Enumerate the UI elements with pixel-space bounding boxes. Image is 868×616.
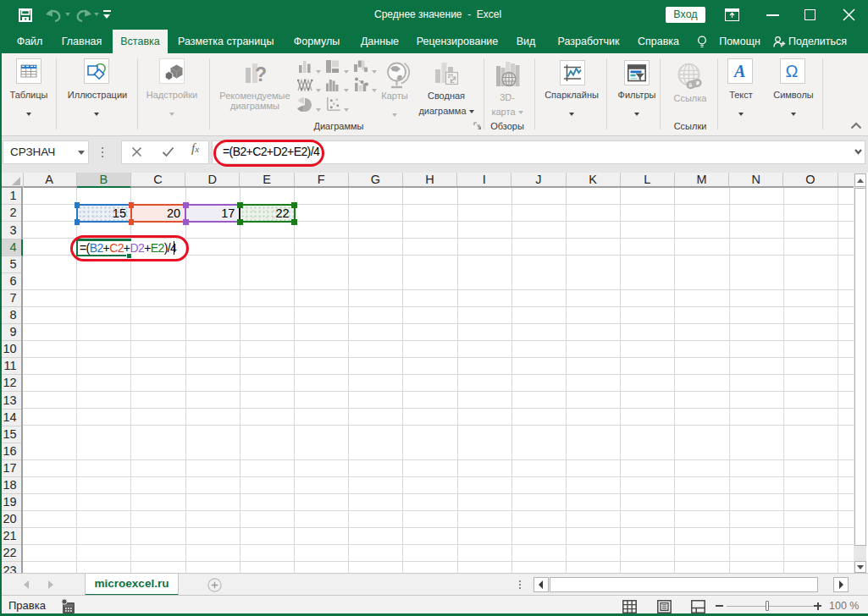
svg-text:A: A: [733, 62, 745, 80]
svg-text:?: ?: [255, 63, 267, 85]
svg-text:Ω: Ω: [786, 62, 799, 80]
